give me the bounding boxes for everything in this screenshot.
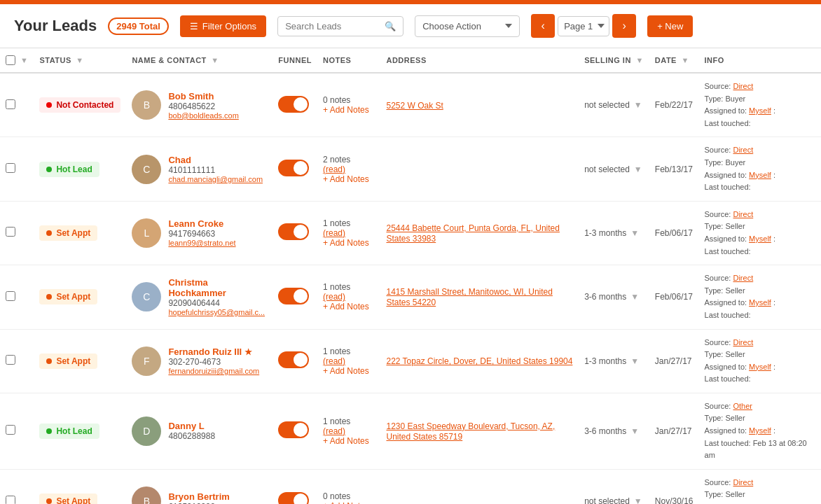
select-all-checkbox[interactable]	[6, 55, 15, 65]
add-notes-link[interactable]: + Add Notes	[323, 366, 375, 376]
selling-arrow[interactable]: ▼	[630, 228, 639, 238]
total-badge: 2949 Total	[108, 18, 169, 35]
notes-read-link[interactable]: (read)	[323, 164, 345, 174]
funnel-toggle[interactable]	[278, 351, 309, 368]
funnel-toggle[interactable]	[278, 223, 309, 240]
add-notes-link[interactable]: + Add Notes	[323, 105, 375, 115]
address-link[interactable]: 1230 East Speedway Boulevard, Tucson, AZ…	[386, 421, 555, 442]
notes-cell: 1 notes (read) + Add Notes	[317, 329, 381, 393]
prev-page-button[interactable]: ‹	[531, 14, 555, 38]
selling-arrow[interactable]: ▼	[630, 356, 639, 366]
header: Your Leads 2949 Total ☰ Filter Options 🔍…	[0, 4, 821, 48]
row-checkbox[interactable]	[6, 227, 15, 237]
row-checkbox[interactable]	[6, 291, 15, 301]
contact-phone: 4806485622	[168, 102, 238, 111]
contact-email[interactable]: bob@boldleads.com	[168, 111, 238, 120]
add-notes-link[interactable]: + Add Notes	[323, 302, 375, 312]
new-button[interactable]: + New	[647, 15, 693, 37]
add-notes-link[interactable]: + Add Notes	[323, 174, 375, 184]
col-selling-in: SELLING IN ▼	[579, 48, 649, 73]
status-badge[interactable]: Set Appt	[39, 354, 97, 369]
add-notes-link[interactable]: + Add Notes	[323, 501, 375, 504]
col-info: INFO	[699, 48, 821, 73]
funnel-toggle[interactable]	[278, 421, 309, 438]
star-icon: ★	[244, 347, 252, 357]
address-link[interactable]: 222 Topaz Circle, Dover, DE, United Stat…	[386, 356, 572, 366]
next-page-button[interactable]: ›	[612, 14, 636, 38]
source-link[interactable]: Direct	[733, 478, 753, 486]
page-navigation: ‹ Page 1 ›	[531, 14, 636, 38]
contact-name[interactable]: Bob Smith	[168, 91, 238, 102]
selling-arrow[interactable]: ▼	[634, 100, 642, 110]
contact-name[interactable]: Danny L	[168, 421, 215, 431]
choose-action-select[interactable]: Choose Action	[415, 15, 520, 37]
selling-arrow[interactable]: ▼	[630, 292, 639, 302]
page-select[interactable]: Page 1	[558, 16, 609, 36]
notes-read-link[interactable]: (read)	[323, 426, 345, 436]
status-badge[interactable]: Not Contacted	[39, 97, 120, 113]
source-link[interactable]: Direct	[733, 274, 753, 282]
status-badge[interactable]: Set Appt	[39, 225, 97, 241]
row-checkbox[interactable]	[6, 355, 15, 365]
source-link[interactable]: Other	[733, 402, 752, 410]
selling-value: 1-3 months	[584, 228, 626, 238]
funnel-toggle[interactable]	[278, 492, 309, 504]
notes-read-link[interactable]: (read)	[323, 228, 345, 238]
add-notes-link[interactable]: + Add Notes	[323, 436, 375, 446]
source-link[interactable]: Direct	[733, 82, 753, 90]
contact-phone: 6135919990	[168, 502, 229, 504]
contact-email[interactable]: leann99@strato.net	[168, 239, 235, 247]
row-checkbox[interactable]	[6, 99, 15, 109]
page-title: Your Leads	[14, 17, 97, 35]
contact-name[interactable]: Christma Hochkammer	[168, 277, 267, 298]
filter-options-label: Filter Options	[202, 21, 256, 31]
avatar: L	[132, 218, 161, 248]
search-input[interactable]	[285, 21, 385, 31]
table-row: Hot Lead C Chad 4101111111 chad.manciagl…	[0, 137, 821, 201]
address-link[interactable]: 1415 Marshall Street, Manitowoc, WI, Uni…	[386, 287, 552, 307]
assigned-link[interactable]: Myself	[749, 171, 771, 179]
address-link[interactable]: 25444 Babette Court, Punta Gorda, FL, Un…	[386, 223, 560, 244]
notes-cell: 1 notes (read) + Add Notes	[317, 265, 381, 329]
funnel-toggle[interactable]	[278, 288, 309, 304]
contact-name[interactable]: Chad	[168, 155, 263, 165]
address-link[interactable]: 5252 W Oak St	[386, 101, 443, 111]
info-source: Source: Direct	[705, 477, 815, 489]
contact-name[interactable]: Bryon Bertrim	[168, 491, 229, 502]
selling-cell: 1-3 months ▼	[584, 356, 644, 366]
add-notes-link[interactable]: + Add Notes	[323, 238, 375, 248]
notes-cell: 0 notes + Add Notes	[317, 469, 381, 504]
status-badge[interactable]: Set Appt	[39, 493, 97, 504]
contact-email[interactable]: hopefulchrissy05@gmail.c...	[168, 308, 267, 316]
status-badge[interactable]: Set Appt	[39, 289, 97, 304]
assigned-link[interactable]: Myself	[749, 426, 771, 435]
row-checkbox[interactable]	[6, 496, 15, 504]
source-link[interactable]: Direct	[733, 210, 753, 218]
funnel-toggle[interactable]	[278, 160, 309, 176]
contact-name[interactable]: Fernando Ruiz III ★	[168, 346, 259, 357]
notes-read-link[interactable]: (read)	[323, 356, 345, 366]
notes-read-link[interactable]: (read)	[323, 292, 345, 302]
selling-arrow[interactable]: ▼	[634, 164, 642, 174]
contact-info: Bryon Bertrim 6135919990	[168, 491, 229, 504]
status-badge[interactable]: Hot Lead	[39, 424, 99, 439]
contact-email[interactable]: chad.manciagli@gmail.com	[168, 175, 263, 183]
selling-arrow[interactable]: ▼	[634, 496, 642, 504]
assigned-link[interactable]: Myself	[749, 106, 771, 115]
search-icon: 🔍	[385, 21, 396, 31]
info-type: Type: Seller	[705, 349, 815, 361]
assigned-link[interactable]: Myself	[749, 234, 771, 243]
assigned-link[interactable]: Myself	[749, 298, 771, 307]
source-link[interactable]: Direct	[733, 146, 753, 154]
selling-arrow[interactable]: ▼	[630, 426, 639, 436]
status-badge[interactable]: Hot Lead	[39, 162, 99, 177]
row-checkbox[interactable]	[6, 425, 15, 435]
selling-value: 3-6 months	[584, 426, 626, 436]
row-checkbox[interactable]	[6, 163, 15, 173]
assigned-link[interactable]: Myself	[749, 363, 771, 371]
contact-email[interactable]: fernandoruiziii@gmail.com	[168, 367, 259, 375]
source-link[interactable]: Direct	[733, 338, 753, 346]
contact-name[interactable]: Leann Croke	[168, 218, 235, 229]
filter-options-button[interactable]: ☰ Filter Options	[180, 15, 266, 37]
funnel-toggle[interactable]	[278, 96, 309, 113]
